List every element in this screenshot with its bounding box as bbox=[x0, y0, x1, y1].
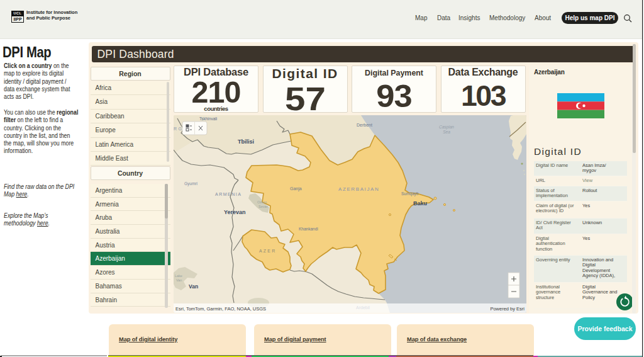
svg-text:Khankandi: Khankandi bbox=[299, 227, 318, 231]
svg-text:Gyumri: Gyumri bbox=[184, 181, 197, 186]
svg-text:Ganja: Ganja bbox=[290, 186, 302, 191]
svg-text:Yerevan: Yerevan bbox=[224, 209, 246, 215]
svg-text:Ozero: Ozero bbox=[257, 200, 267, 204]
svg-text:AZER: AZER bbox=[259, 249, 276, 253]
svg-text:Sevan: Sevan bbox=[258, 205, 269, 208]
svg-text:Van: Van bbox=[176, 278, 182, 282]
svg-text:Caspian: Caspian bbox=[439, 125, 454, 130]
svg-text:AZERBAIJAN: AZERBAIJAN bbox=[338, 186, 379, 192]
svg-text:Van: Van bbox=[189, 283, 198, 290]
svg-text:Lake: Lake bbox=[175, 274, 182, 278]
svg-text:Sumqayit: Sumqayit bbox=[401, 191, 418, 196]
svg-text:Baku: Baku bbox=[413, 200, 427, 207]
svg-text:Derbent: Derbent bbox=[357, 123, 372, 127]
svg-text:Sea: Sea bbox=[443, 130, 450, 134]
svg-text:Esri, TomTom, Garmin, FAO, NOA: Esri, TomTom, Garmin, FAO, NOAA, USGS bbox=[175, 306, 266, 312]
svg-text:ARMENIA: ARMENIA bbox=[215, 192, 242, 196]
svg-text:Tbilisi: Tbilisi bbox=[238, 139, 254, 145]
svg-text:Powered by Esri: Powered by Esri bbox=[490, 306, 525, 312]
svg-text:Tskhinvali: Tskhinvali bbox=[199, 116, 217, 121]
